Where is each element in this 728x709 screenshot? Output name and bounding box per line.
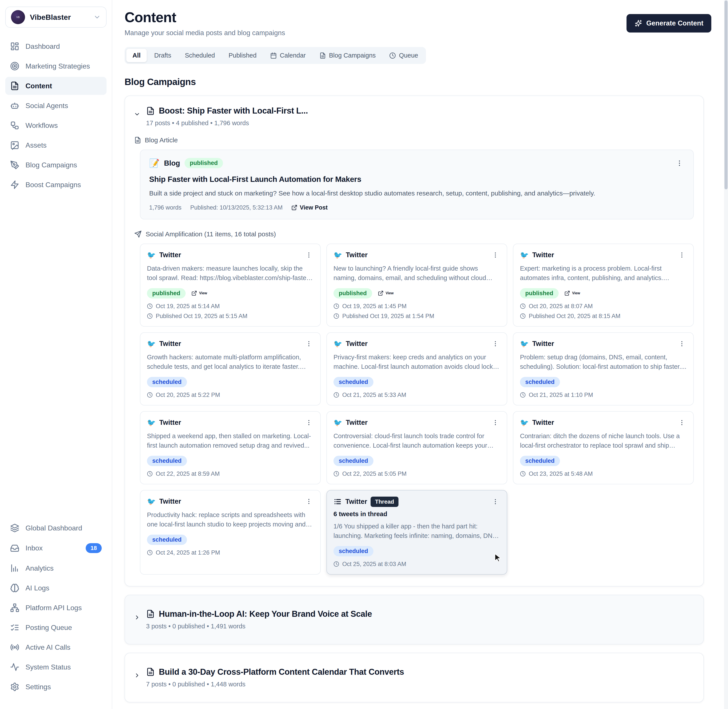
view-post-label: View Post: [300, 204, 328, 211]
view-post-link[interactable]: View: [378, 290, 394, 296]
tab-drafts[interactable]: Drafts: [148, 49, 177, 62]
sidebar-item-label: Dashboard: [25, 42, 60, 51]
post-platform-label: Twitter: [532, 419, 554, 426]
chevron-right-icon[interactable]: [133, 613, 142, 622]
clock-icon: [147, 392, 153, 398]
generate-content-button[interactable]: Generate Content: [626, 14, 711, 32]
sidebar-item-analytics[interactable]: Analytics: [5, 559, 107, 577]
scrollbar-thumb[interactable]: [725, 0, 728, 189]
clock-icon: [147, 313, 153, 319]
sidebar-item-global-dashboard[interactable]: Global Dashboard: [5, 519, 107, 537]
sidebar-item-ai-logs[interactable]: AI Logs: [5, 579, 107, 597]
more-options-icon[interactable]: [304, 497, 314, 506]
tab-blog-campaigns[interactable]: Blog Campaigns: [313, 49, 382, 62]
scrollbar[interactable]: [724, 0, 728, 709]
sidebar-item-settings[interactable]: Settings: [5, 678, 107, 696]
post-scheduled-time: Oct 21, 2025 at 1:10 PM: [529, 392, 593, 398]
more-options-icon[interactable]: [674, 158, 684, 168]
campaign-card-collapsed[interactable]: Build a 30-Day Cross-Platform Content Ca…: [124, 653, 704, 702]
more-options-icon[interactable]: [677, 418, 687, 427]
social-post-card[interactable]: 🐦 Twitter New to launching? A friendly l…: [327, 244, 507, 327]
social-post-card[interactable]: 🐦 Twitter Contrarian: ditch the dozens o…: [513, 411, 694, 484]
view-post-link[interactable]: View: [191, 290, 207, 296]
sidebar-item-system-status[interactable]: System Status: [5, 658, 107, 676]
external-link-icon: [191, 290, 197, 296]
more-options-icon[interactable]: [304, 250, 314, 260]
social-post-card[interactable]: 🐦 Twitter Privacy-first makers: keep cre…: [327, 332, 507, 406]
sidebar-item-boost-campaigns[interactable]: Boost Campaigns: [5, 176, 107, 194]
bird-emoji-icon: 🐦: [334, 251, 342, 259]
bird-emoji-icon: 🐦: [334, 419, 342, 427]
blog-published-date: Published: 10/13/2025, 5:32:13 AM: [190, 204, 283, 211]
view-post-link[interactable]: View: [565, 290, 580, 296]
more-options-icon[interactable]: [490, 250, 500, 260]
blog-post-title: Ship Faster with Local-First Launch Auto…: [149, 175, 684, 184]
post-scheduled-time: Oct 21, 2025 at 5:33 AM: [342, 392, 406, 398]
post-platform-label: Twitter: [346, 419, 368, 426]
social-post-card[interactable]: 🐦 Twitter Growth hackers: automate multi…: [140, 332, 321, 406]
more-options-icon[interactable]: [490, 418, 500, 427]
sidebar-item-assets[interactable]: Assets: [5, 136, 107, 154]
social-post-card-thread[interactable]: Twitter Thread 6 tweets in thread 1/6 Yo…: [327, 490, 507, 575]
campaign-card-collapsed[interactable]: Human-in-the-Loop AI: Keep Your Brand Vo…: [124, 595, 704, 645]
chevron-down-icon[interactable]: [133, 109, 142, 119]
social-post-card[interactable]: 🐦 Twitter Controversial: cloud-first lau…: [327, 411, 507, 484]
status-badge-scheduled: scheduled: [334, 546, 373, 556]
clock-icon: [389, 52, 396, 59]
more-options-icon[interactable]: [677, 250, 687, 260]
calendar-icon: [270, 52, 277, 59]
more-options-icon[interactable]: [304, 339, 314, 349]
more-options-icon[interactable]: [490, 497, 500, 506]
sidebar-item-blog-campaigns[interactable]: Blog Campaigns: [5, 156, 107, 174]
tab-all[interactable]: All: [126, 49, 147, 62]
social-post-card[interactable]: 🐦 Twitter Problem: setup drag (domains, …: [513, 332, 694, 406]
clock-icon: [147, 550, 153, 556]
sidebar-item-content[interactable]: Content: [5, 77, 107, 95]
sparkles-icon: [635, 19, 642, 27]
tab-calendar[interactable]: Calendar: [264, 49, 312, 62]
sidebar-item-label: Blog Campaigns: [25, 161, 77, 169]
post-text: Contrarian: ditch the dozens of niche la…: [520, 431, 687, 451]
clock-icon: [334, 392, 339, 398]
view-post-link[interactable]: View Post: [291, 204, 328, 211]
workspace-switcher[interactable]: VB VibeBlaster: [5, 7, 107, 28]
file-text-icon: [146, 610, 155, 618]
clock-icon: [147, 303, 153, 309]
inbox-unread-badge: 18: [86, 543, 102, 553]
post-text: Growth hackers: automate multi-platform …: [147, 353, 314, 372]
tab-queue[interactable]: Queue: [383, 49, 424, 62]
post-text: Productivity hack: replace scripts and s…: [147, 510, 314, 530]
clock-icon: [520, 313, 526, 319]
chevron-right-icon[interactable]: [133, 671, 142, 680]
tab-scheduled[interactable]: Scheduled: [179, 49, 221, 62]
post-scheduled-time: Oct 25, 2025 at 8:03 AM: [342, 561, 406, 567]
more-options-icon[interactable]: [677, 339, 687, 349]
more-options-icon[interactable]: [304, 418, 314, 427]
sidebar-item-posting-queue[interactable]: Posting Queue: [5, 619, 107, 636]
dashboard-icon: [10, 42, 19, 51]
external-link-icon: [291, 204, 298, 211]
sidebar-item-workflows[interactable]: Workflows: [5, 117, 107, 134]
sidebar-item-marketing-strategies[interactable]: Marketing Strategies: [5, 57, 107, 75]
sidebar-item-social-agents[interactable]: Social Agents: [5, 97, 107, 115]
sidebar-item-inbox[interactable]: Inbox 18: [5, 539, 107, 557]
sidebar-item-dashboard[interactable]: Dashboard: [5, 37, 107, 55]
sidebar: VB VibeBlaster Dashboard Marketing Strat…: [0, 0, 112, 709]
social-post-card[interactable]: 🐦 Twitter Expert: marketing is a process…: [513, 244, 694, 327]
social-post-card[interactable]: 🐦 Twitter Shipped a weekend app, then st…: [140, 411, 321, 484]
social-amplification-label-row: Social Amplification (11 items, 16 total…: [134, 230, 694, 238]
social-post-card[interactable]: 🐦 Twitter Productivity hack: replace scr…: [140, 490, 321, 575]
more-options-icon[interactable]: [490, 339, 500, 349]
bird-emoji-icon: 🐦: [147, 419, 156, 427]
tab-published[interactable]: Published: [222, 49, 263, 62]
post-text: Expert: marketing is a process problem. …: [520, 264, 687, 283]
status-badge-scheduled: scheduled: [520, 377, 560, 387]
sidebar-item-active-ai-calls[interactable]: Active AI Calls: [5, 638, 107, 656]
campaign-header[interactable]: Boost: Ship Faster with Local-First L...…: [133, 106, 694, 127]
section-title: Blog Campaigns: [124, 77, 704, 87]
social-post-card[interactable]: 🐦 Twitter Data-driven makers: measure la…: [140, 244, 321, 327]
workspace-name: VibeBlaster: [30, 13, 89, 22]
list-checks-icon: [10, 623, 19, 632]
sidebar-item-platform-api-logs[interactable]: Platform API Logs: [5, 599, 107, 617]
tab-label: Blog Campaigns: [329, 52, 376, 59]
